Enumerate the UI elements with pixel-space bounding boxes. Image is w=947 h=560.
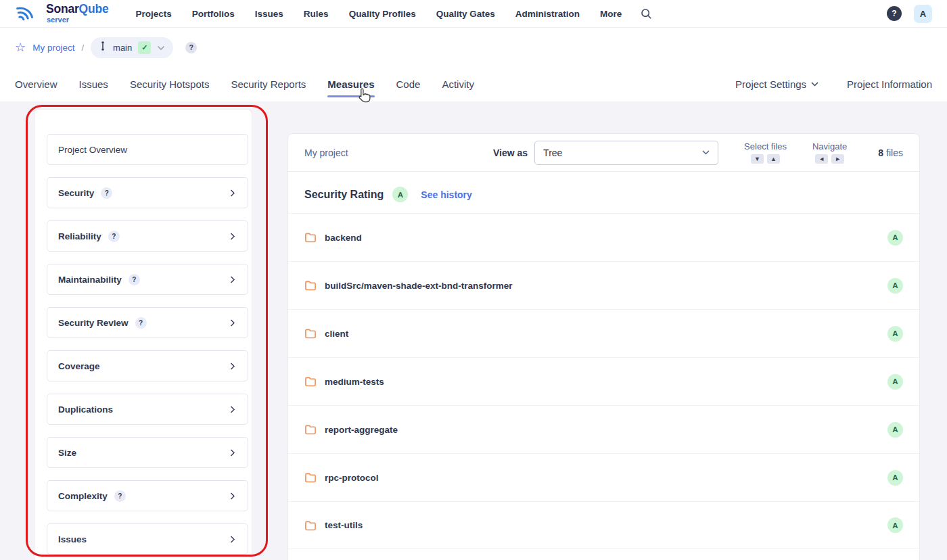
table-row[interactable]: client A	[288, 309, 919, 357]
project-information-button[interactable]: Project Information	[847, 78, 932, 90]
navigate-back-button[interactable]: ◄	[815, 154, 828, 164]
select-previous-file-button[interactable]: ▲	[767, 154, 780, 164]
tab-measures[interactable]: Measures	[327, 69, 374, 99]
sidebar-item-label: Size	[58, 448, 76, 458]
project-information-label: Project Information	[847, 78, 932, 90]
component-link[interactable]: rpc-protocol	[325, 473, 379, 483]
sidebar-item-label: Project Overview	[58, 145, 127, 155]
nav-administration[interactable]: Administration	[515, 9, 580, 19]
nav-rules[interactable]: Rules	[304, 9, 329, 19]
branch-help-icon[interactable]: ?	[185, 42, 197, 53]
metric-section-header: Security Rating A See history	[288, 172, 919, 213]
folder-icon	[304, 232, 317, 243]
navigate-label: Navigate	[812, 141, 847, 151]
breadcrumb-project-link[interactable]: My project	[32, 43, 74, 53]
sidebar-item-security[interactable]: Security ?	[47, 177, 248, 208]
sidebar-item-label: Coverage	[58, 361, 100, 371]
sidebar-item-complexity[interactable]: Complexity ?	[47, 480, 248, 511]
folder-icon	[304, 376, 317, 387]
breadcrumb: ☆ My project / main ✓ ?	[0, 28, 947, 67]
nav-more[interactable]: More	[600, 9, 622, 19]
sonarqube-waves-icon	[15, 1, 42, 26]
chevron-right-icon	[228, 319, 237, 327]
search-icon[interactable]	[641, 8, 652, 20]
nav-issues[interactable]: Issues	[255, 9, 283, 19]
nav-quality-gates[interactable]: Quality Gates	[436, 9, 495, 19]
quality-gate-passed-icon: ✓	[138, 41, 151, 54]
sidebar-item-coverage[interactable]: Coverage	[47, 350, 248, 381]
sidebar-item-size[interactable]: Size	[47, 437, 248, 468]
chevron-right-icon	[228, 492, 237, 500]
branch-selector[interactable]: main ✓	[91, 37, 173, 58]
help-icon[interactable]: ?	[135, 317, 147, 329]
component-link[interactable]: backend	[325, 233, 362, 243]
select-next-file-button[interactable]: ▼	[751, 154, 764, 164]
folder-icon	[304, 280, 317, 291]
sidebar-item-duplications[interactable]: Duplications	[47, 394, 248, 425]
sidebar-item-label: Security Review	[58, 318, 129, 328]
component-link[interactable]: medium-tests	[325, 377, 384, 387]
files-count-number: 8	[878, 147, 883, 158]
sidebar-item-reliability[interactable]: Reliability ?	[47, 220, 248, 252]
brand-part2: Qube	[79, 2, 109, 16]
top-navbar: SonarQube server Projects Portfolios Iss…	[0, 0, 947, 28]
tab-security-reports[interactable]: Security Reports	[231, 69, 306, 99]
see-history-link[interactable]: See history	[421, 189, 471, 200]
sidebar-item-label: Maintainability	[58, 275, 122, 285]
files-count: 8files	[878, 147, 903, 158]
component-breadcrumb[interactable]: My project	[304, 147, 348, 158]
sidebar-item-maintainability[interactable]: Maintainability ?	[47, 264, 248, 295]
logo-text: SonarQube server	[46, 3, 109, 24]
tab-activity[interactable]: Activity	[442, 69, 474, 99]
view-mode-select[interactable]: Tree	[534, 141, 718, 165]
sidebar-item-project-overview[interactable]: Project Overview	[47, 134, 248, 165]
table-row[interactable]: buildSrc/maven-shade-ext-bnd-transformer…	[288, 261, 919, 309]
navigate-forward-button[interactable]: ►	[831, 154, 844, 164]
table-row[interactable]: backend A	[288, 213, 919, 261]
sidebar-item-label: Reliability	[58, 231, 101, 241]
rating-badge: A	[887, 422, 903, 438]
nav-quality-profiles[interactable]: Quality Profiles	[349, 9, 416, 19]
project-settings-label: Project Settings	[735, 78, 806, 90]
folder-icon	[304, 472, 317, 483]
folder-icon	[304, 328, 317, 339]
table-row[interactable]: test-utils A	[288, 501, 919, 549]
select-files-label: Select files	[744, 141, 787, 151]
chevron-right-icon	[228, 362, 237, 371]
nav-projects[interactable]: Projects	[136, 9, 172, 19]
sonarqube-logo[interactable]: SonarQube server	[15, 1, 109, 26]
tab-overview[interactable]: Overview	[15, 69, 57, 99]
content-area: Project Overview Security ? Reliability …	[0, 101, 947, 560]
help-icon[interactable]: ?	[108, 231, 120, 242]
tab-measures-label: Measures	[327, 78, 374, 90]
tab-security-hotspots[interactable]: Security Hotspots	[130, 69, 210, 99]
tab-code[interactable]: Code	[396, 69, 421, 99]
component-link[interactable]: report-aggregate	[325, 425, 398, 435]
chevron-down-icon	[702, 150, 710, 155]
project-settings-menu[interactable]: Project Settings	[735, 78, 818, 90]
help-icon[interactable]: ?	[129, 274, 140, 285]
tab-issues[interactable]: Issues	[79, 69, 108, 99]
nav-portfolios[interactable]: Portfolios	[192, 9, 235, 19]
table-row[interactable]: report-aggregate A	[288, 405, 919, 453]
help-icon[interactable]: ?	[114, 490, 126, 502]
table-row[interactable]: rpc-protocol A	[288, 453, 919, 501]
branch-name: main	[113, 43, 132, 53]
component-link[interactable]: test-utils	[325, 520, 363, 530]
help-icon[interactable]: ?	[887, 6, 902, 21]
arrow-down-icon: ▼	[754, 156, 760, 162]
component-link[interactable]: buildSrc/maven-shade-ext-bnd-transformer	[325, 281, 513, 291]
view-as-label: View as	[493, 147, 528, 158]
brand-part1: Sonar	[46, 2, 79, 16]
project-tabs: Overview Issues Security Hotspots Securi…	[0, 67, 947, 101]
arrow-left-icon: ◄	[818, 156, 825, 162]
favorite-star-icon[interactable]: ☆	[15, 41, 26, 53]
navigate-group: Navigate ◄ ►	[812, 141, 847, 164]
component-link[interactable]: client	[325, 329, 348, 339]
user-avatar[interactable]: A	[914, 5, 932, 23]
help-icon[interactable]: ?	[101, 187, 112, 199]
table-row[interactable]: medium-tests A	[288, 357, 919, 405]
rating-badge: A	[887, 470, 903, 486]
sidebar-item-security-review[interactable]: Security Review ?	[47, 307, 248, 338]
sidebar-item-issues[interactable]: Issues	[47, 523, 248, 555]
